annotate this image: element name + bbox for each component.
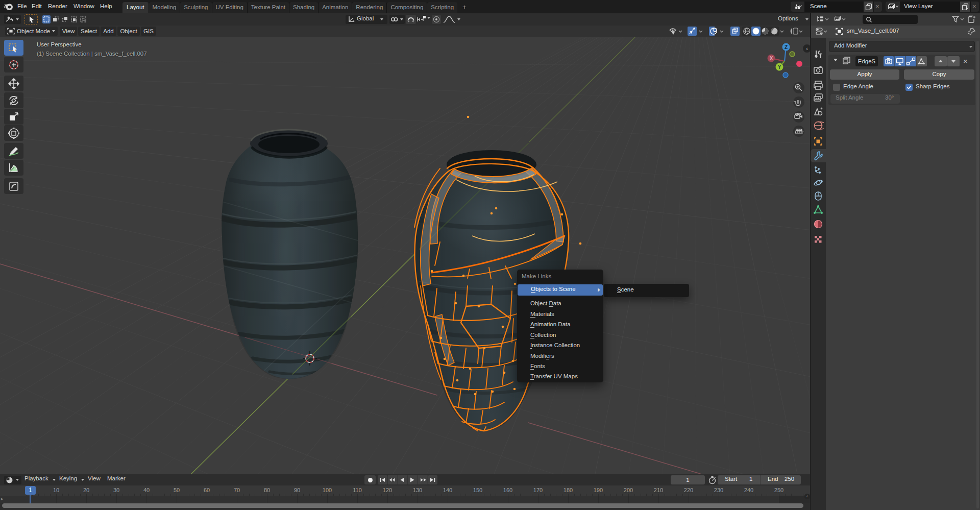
svg-text:‹: ‹ [806, 45, 808, 52]
svg-text:Z: Z [785, 44, 788, 50]
svg-text:X: X [770, 56, 773, 61]
svg-text:Y: Y [778, 64, 781, 70]
